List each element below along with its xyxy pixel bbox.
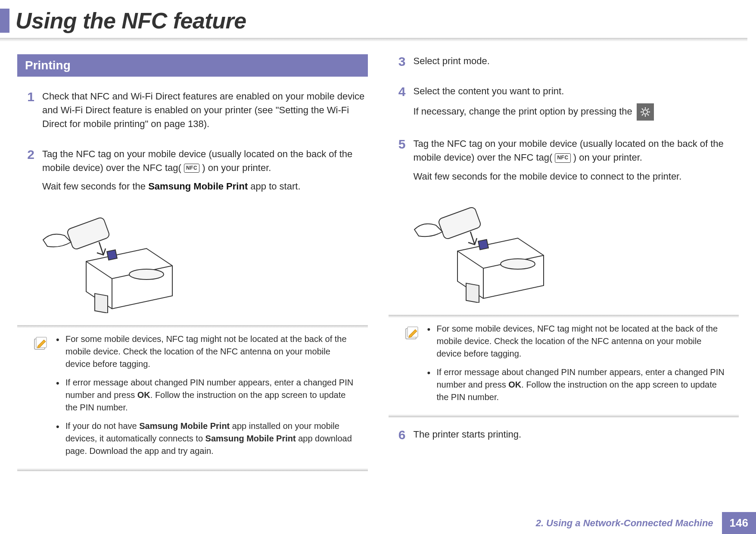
step-text: Tag the NFC tag on your mobile device (u…: [42, 147, 368, 175]
step-2: 2 Tag the NFC tag on your mobile device …: [17, 147, 368, 199]
svg-rect-1: [107, 250, 117, 260]
text-fragment: ) on your printer.: [202, 162, 271, 173]
text-fragment: If your do not have: [65, 421, 139, 431]
note-pencil-icon: [32, 335, 48, 354]
bold-text: Samsung Mobile Print: [205, 434, 296, 443]
step-number: 3: [389, 54, 406, 73]
step-number: 1: [17, 90, 34, 136]
note-bullet: For some mobile devices, NFC tag might n…: [427, 323, 729, 360]
section-heading-printing: Printing: [17, 54, 368, 77]
step-number: 2: [17, 147, 34, 199]
nfc-printer-illustration: [406, 199, 739, 304]
step-text: If necessary, change the print option by…: [414, 103, 739, 121]
svg-point-6: [643, 110, 647, 114]
bold-text: Samsung Mobile Print: [148, 181, 248, 192]
step-text: The printer starts printing.: [414, 428, 739, 441]
text-fragment: app to start.: [248, 181, 300, 192]
step-4: 4 Select the content you want to print. …: [389, 84, 739, 126]
svg-point-9: [501, 259, 535, 269]
right-column: 3 Select print mode. 4 Select the conten…: [389, 54, 739, 481]
left-column: Printing 1 Check that NFC and Wi-Fi Dire…: [17, 54, 368, 481]
note-bullet: If your do not have Samsung Mobile Print…: [56, 420, 358, 457]
svg-rect-10: [438, 207, 482, 240]
step-5: 5 Tag the NFC tag on your mobile device …: [389, 137, 739, 189]
step-number: 6: [389, 428, 406, 447]
header-accent-bar: [0, 9, 9, 33]
text-fragment: If necessary, change the print option by…: [414, 106, 632, 117]
nfc-icon: NFC: [184, 164, 199, 173]
note-bullet: For some mobile devices, NFC tag might n…: [56, 333, 358, 370]
text-fragment: ) on your printer.: [573, 152, 642, 163]
text-fragment: Wait few seconds for the: [42, 181, 148, 192]
svg-rect-7: [466, 283, 479, 303]
step-3: 3 Select print mode.: [389, 54, 739, 73]
bold-text: Samsung Mobile Print: [139, 421, 230, 431]
note-box: For some mobile devices, NFC tag might n…: [389, 315, 739, 417]
note-pencil-icon: [403, 324, 420, 344]
step-number: 4: [389, 84, 406, 126]
step-body: Select the content you want to print. If…: [414, 84, 739, 126]
note-bullet: If error message about changed PIN numbe…: [427, 366, 729, 404]
step-text: Wait few seconds for the mobile device t…: [414, 170, 739, 183]
step-body: Check that NFC and Wi-Fi Direct features…: [42, 90, 368, 136]
bold-text: OK: [137, 390, 150, 400]
step-body: Select print mode.: [414, 54, 739, 73]
step-6: 6 The printer starts printing.: [389, 428, 739, 447]
note-bullet: If error message about changed PIN numbe…: [56, 376, 358, 414]
svg-rect-3: [66, 217, 110, 250]
step-body: The printer starts printing.: [414, 428, 739, 447]
note-box: For some mobile devices, NFC tag might n…: [17, 325, 368, 471]
svg-point-2: [129, 269, 164, 279]
footer-page-number: 146: [722, 512, 756, 534]
step-text: Tag the NFC tag on your mobile device (u…: [414, 137, 739, 165]
page-header: Using the NFC feature: [0, 0, 756, 38]
svg-rect-8: [478, 240, 488, 250]
step-number: 5: [389, 137, 406, 189]
footer-chapter: 2. Using a Network-Connected Machine: [536, 518, 713, 529]
svg-rect-0: [95, 294, 108, 313]
step-body: Tag the NFC tag on your mobile device (u…: [42, 147, 368, 199]
step-text: Select print mode.: [414, 54, 739, 68]
step-body: Tag the NFC tag on your mobile device (u…: [414, 137, 739, 189]
gear-icon: [637, 103, 654, 121]
step-text: Select the content you want to print.: [414, 84, 739, 98]
nfc-printer-illustration: [34, 210, 368, 315]
step-text: Check that NFC and Wi-Fi Direct features…: [42, 90, 368, 131]
nfc-icon: NFC: [555, 153, 570, 162]
page-footer: 2. Using a Network-Connected Machine 146: [536, 512, 756, 534]
page-title: Using the NFC feature: [16, 8, 246, 34]
bold-text: OK: [508, 380, 521, 389]
step-1: 1 Check that NFC and Wi-Fi Direct featur…: [17, 90, 368, 136]
header-divider: [0, 38, 747, 41]
step-text: Wait few seconds for the Samsung Mobile …: [42, 180, 368, 193]
